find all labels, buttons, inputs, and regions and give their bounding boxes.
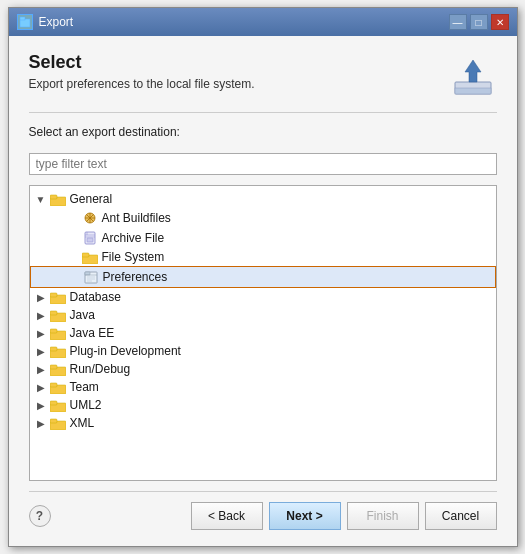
- svg-rect-32: [50, 347, 57, 351]
- dialog-subtitle: Export preferences to the local file sys…: [29, 77, 255, 91]
- prefs-icon: [83, 269, 99, 285]
- toggle-general[interactable]: ▼: [34, 192, 48, 206]
- folder-icon-general: [50, 193, 66, 206]
- tree-container[interactable]: ▼ General ▶: [29, 185, 497, 481]
- tree-label-team: Team: [70, 380, 99, 394]
- tree: ▼ General ▶: [30, 186, 496, 436]
- tree-label-xml: XML: [70, 416, 95, 430]
- tree-label-java-ee: Java EE: [70, 326, 115, 340]
- toggle-team[interactable]: ▶: [34, 380, 48, 394]
- tree-label-archive-file: Archive File: [102, 231, 165, 245]
- tree-item-preferences[interactable]: ▶ Preferences: [30, 266, 496, 288]
- export-icon: [449, 52, 497, 100]
- tree-item-java[interactable]: ▶ Java: [30, 306, 496, 324]
- ant-icon: [82, 210, 98, 226]
- tree-item-run-debug[interactable]: ▶ Run/Debug: [30, 360, 496, 378]
- svg-rect-38: [50, 401, 57, 405]
- tree-label-preferences: Preferences: [103, 270, 168, 284]
- tree-item-archive-file[interactable]: ▶ Archive File: [30, 228, 496, 248]
- window-icon: [17, 14, 33, 30]
- tree-label-general: General: [70, 192, 113, 206]
- header-section: Select Export preferences to the local f…: [29, 52, 497, 100]
- tree-label-plugin-dev: Plug-in Development: [70, 344, 181, 358]
- filter-input[interactable]: [29, 153, 497, 175]
- tree-item-team[interactable]: ▶ Team: [30, 378, 496, 396]
- folder-icon-java-ee: [50, 327, 66, 340]
- folder-icon-run-debug: [50, 363, 66, 376]
- folder-icon-plugin-dev: [50, 345, 66, 358]
- svg-rect-1: [20, 17, 25, 20]
- svg-marker-4: [465, 60, 481, 82]
- dialog-title: Select: [29, 52, 255, 73]
- button-group: < Back Next > Finish Cancel: [191, 502, 497, 530]
- window-title: Export: [39, 15, 74, 29]
- toggle-xml[interactable]: ▶: [34, 416, 48, 430]
- next-button[interactable]: Next >: [269, 502, 341, 530]
- tree-item-database[interactable]: ▶ Database: [30, 288, 496, 306]
- title-bar: Export — □ ✕: [9, 8, 517, 36]
- help-button[interactable]: ?: [29, 505, 51, 527]
- folder-icon-database: [50, 291, 66, 304]
- folder-icon-uml2: [50, 399, 66, 412]
- toggle-database[interactable]: ▶: [34, 290, 48, 304]
- archive-icon: [82, 230, 98, 246]
- folder-icon-team: [50, 381, 66, 394]
- svg-rect-34: [50, 365, 57, 369]
- tree-item-java-ee[interactable]: ▶ Java EE: [30, 324, 496, 342]
- window-controls: — □ ✕: [449, 14, 509, 30]
- header-divider: [29, 112, 497, 113]
- minimize-button[interactable]: —: [449, 14, 467, 30]
- tree-label-uml2: UML2: [70, 398, 102, 412]
- tree-label-java: Java: [70, 308, 95, 322]
- svg-rect-6: [50, 195, 57, 199]
- tree-item-ant-buildfiles[interactable]: ▶ Ant Buildfiles: [30, 208, 496, 228]
- cancel-button[interactable]: Cancel: [425, 502, 497, 530]
- tree-label-run-debug: Run/Debug: [70, 362, 131, 376]
- folder-icon-filesystem: [82, 251, 98, 264]
- svg-rect-28: [50, 311, 57, 315]
- back-button[interactable]: < Back: [191, 502, 263, 530]
- svg-rect-15: [87, 238, 93, 242]
- folder-icon-java: [50, 309, 66, 322]
- toggle-run-debug[interactable]: ▶: [34, 362, 48, 376]
- svg-rect-36: [50, 383, 57, 387]
- toggle-uml2[interactable]: ▶: [34, 398, 48, 412]
- tree-item-uml2[interactable]: ▶ UML2: [30, 396, 496, 414]
- toggle-plugin-dev[interactable]: ▶: [34, 344, 48, 358]
- svg-rect-30: [50, 329, 57, 333]
- tree-label-ant-buildfiles: Ant Buildfiles: [102, 211, 171, 225]
- toggle-java-ee[interactable]: ▶: [34, 326, 48, 340]
- tree-item-xml[interactable]: ▶ XML: [30, 414, 496, 432]
- tree-item-general[interactable]: ▼ General: [30, 190, 496, 208]
- toggle-java[interactable]: ▶: [34, 308, 48, 322]
- svg-rect-26: [50, 293, 57, 297]
- maximize-button[interactable]: □: [470, 14, 488, 30]
- tree-item-plugin-dev[interactable]: ▶ Plug-in Development: [30, 342, 496, 360]
- tree-item-file-system[interactable]: ▶ File System: [30, 248, 496, 266]
- destination-label: Select an export destination:: [29, 125, 497, 139]
- svg-rect-40: [50, 419, 57, 423]
- svg-rect-20: [85, 272, 90, 275]
- header-text: Select Export preferences to the local f…: [29, 52, 255, 91]
- folder-icon-xml: [50, 417, 66, 430]
- tree-label-file-system: File System: [102, 250, 165, 264]
- svg-rect-3: [455, 88, 491, 94]
- tree-label-database: Database: [70, 290, 121, 304]
- finish-button[interactable]: Finish: [347, 502, 419, 530]
- svg-rect-18: [82, 253, 89, 257]
- close-button[interactable]: ✕: [491, 14, 509, 30]
- title-bar-left: Export: [17, 14, 74, 30]
- dialog-content: Select Export preferences to the local f…: [9, 36, 517, 546]
- bottom-section: ? < Back Next > Finish Cancel: [29, 491, 497, 530]
- export-dialog: Export — □ ✕ Select Export preferences t…: [8, 7, 518, 547]
